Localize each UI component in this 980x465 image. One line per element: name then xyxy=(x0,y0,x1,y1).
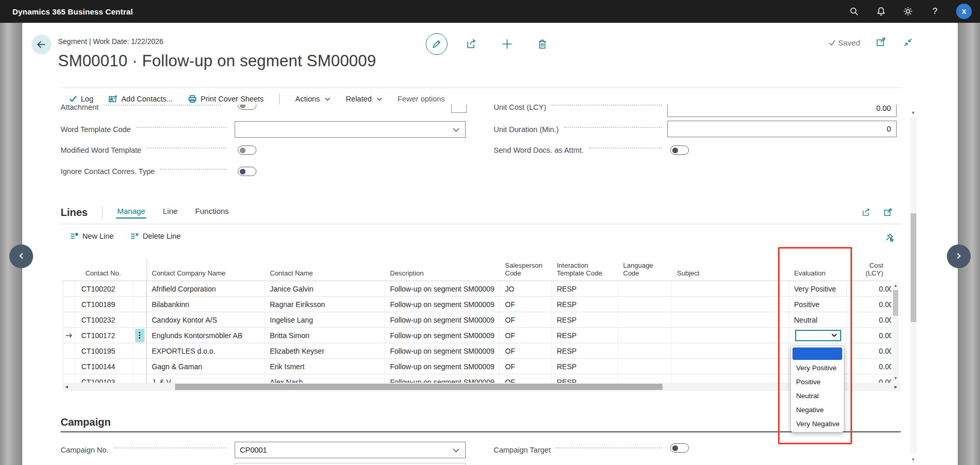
cell-contact_name[interactable]: Elizabeth Keyser xyxy=(265,343,385,359)
add-contacts-button[interactable]: Add Contacts... xyxy=(109,95,172,103)
cell-language[interactable] xyxy=(618,328,672,343)
table-vertical-scrollbar[interactable]: ▲ ▼ xyxy=(892,282,899,382)
dropdown-option[interactable]: Very Negative xyxy=(791,417,844,431)
column-header[interactable]: Contact Company Name xyxy=(147,269,265,281)
cell-subject[interactable] xyxy=(672,328,789,343)
cell-contact_name[interactable]: Ragnar Eiriksson xyxy=(265,297,385,312)
column-header[interactable]: Interaction Template Code xyxy=(552,261,618,281)
cell-contact_no[interactable]: CT100195 xyxy=(75,343,133,359)
cell-description[interactable]: Follow-up on segment SM00009 xyxy=(385,312,500,328)
edit-button[interactable] xyxy=(426,33,448,55)
column-header[interactable]: Language Code xyxy=(618,261,672,281)
cell-subject[interactable] xyxy=(672,297,789,312)
cell-salesperson[interactable]: JO xyxy=(500,281,552,297)
scroll-up-arrow[interactable]: ▲ xyxy=(893,283,898,288)
campaign-target-toggle[interactable] xyxy=(670,443,689,453)
log-button[interactable]: Log xyxy=(69,95,93,103)
search-icon[interactable] xyxy=(848,6,860,17)
scroll-left-arrow[interactable]: ◄ xyxy=(64,384,69,389)
cell-evaluation[interactable]: Very Positive xyxy=(789,281,847,297)
cell-contact_name[interactable]: Erik Ismert xyxy=(265,359,385,374)
cell-language[interactable] xyxy=(618,359,672,374)
dropdown-option[interactable] xyxy=(792,347,842,360)
share-button[interactable] xyxy=(461,33,483,55)
open-in-new-window-button[interactable] xyxy=(875,36,887,49)
table-row[interactable]: CT100144Gagn & GamanErik IsmertFollow-up… xyxy=(63,359,891,374)
cell-company[interactable]: Gagn & Gaman xyxy=(147,359,265,374)
cell-language[interactable] xyxy=(618,343,672,359)
column-header[interactable]: Contact No. xyxy=(75,269,133,281)
cell-language[interactable] xyxy=(618,312,672,328)
delete-button[interactable] xyxy=(531,33,553,55)
new-button[interactable] xyxy=(496,33,518,55)
ignore-contact-corres-type-toggle[interactable] xyxy=(238,167,256,176)
scroll-up-arrow[interactable]: ▲ xyxy=(911,110,915,114)
cell-evaluation[interactable] xyxy=(789,328,847,343)
collapse-button[interactable] xyxy=(902,36,914,49)
scroll-down-arrow[interactable]: ▼ xyxy=(893,376,898,381)
column-header[interactable]: Subject xyxy=(672,269,789,281)
cell-salesperson[interactable]: OF xyxy=(500,343,552,359)
unit-cost-input[interactable]: 0.00 xyxy=(667,105,897,117)
cell-cost[interactable]: 0.00 xyxy=(847,328,891,343)
tab-functions[interactable]: Functions xyxy=(194,207,230,219)
actions-menu[interactable]: Actions xyxy=(295,95,330,103)
dropdown-option[interactable]: Positive xyxy=(791,375,844,389)
cell-description[interactable]: Follow-up on segment SM00009 xyxy=(385,297,500,312)
cell-description[interactable]: Follow-up on segment SM00009 xyxy=(385,328,500,343)
column-header[interactable]: Contact Name xyxy=(265,269,385,281)
cell-language[interactable] xyxy=(618,281,672,297)
cell-template[interactable]: RESP xyxy=(552,297,618,312)
scroll-down-arrow[interactable]: ▼ xyxy=(911,457,915,462)
back-button[interactable] xyxy=(32,35,51,54)
cell-company[interactable]: Englunds Kontorsmöbler AB xyxy=(147,328,265,343)
settings-gear-icon[interactable] xyxy=(902,6,914,17)
cell-contact_name[interactable]: Britta Simon xyxy=(265,328,385,343)
cell-template[interactable]: RESP xyxy=(552,343,618,359)
cell-salesperson[interactable]: OF xyxy=(500,312,552,328)
share-lines-button[interactable] xyxy=(861,207,872,217)
cell-company[interactable]: EXPORTLES d.o.o. xyxy=(147,343,265,359)
cell-cost[interactable]: 0.00 xyxy=(847,312,891,328)
cell-cost[interactable]: 0.00 xyxy=(847,343,891,359)
row-menu-icon[interactable] xyxy=(135,329,145,342)
cell-cost[interactable]: 0.00 xyxy=(847,359,891,374)
cell-language[interactable] xyxy=(618,297,672,312)
cell-salesperson[interactable]: OF xyxy=(500,297,552,312)
cell-cost[interactable]: 0.00 xyxy=(847,297,891,312)
table-row[interactable]: CT100189BilabankinnRagnar EirikssonFollo… xyxy=(63,297,891,312)
cell-description[interactable]: Follow-up on segment SM00009 xyxy=(385,343,500,359)
fewer-options-button[interactable]: Fewer options xyxy=(398,95,445,103)
chevron-down-icon[interactable] xyxy=(453,446,459,454)
campaign-no-combobox[interactable]: CP0001 xyxy=(235,442,466,458)
next-record-button[interactable]: › xyxy=(947,244,971,268)
table-row[interactable]: CT100232Candoxy Kontor A/SIngelise LangF… xyxy=(63,312,891,328)
tab-manage[interactable]: Manage xyxy=(116,207,146,219)
cell-contact_name[interactable]: Ingelise Lang xyxy=(265,312,385,328)
print-cover-sheets-button[interactable]: Print Cover Sheets xyxy=(188,95,264,103)
scrollbar-thumb[interactable] xyxy=(911,213,916,322)
dropdown-option[interactable]: Negative xyxy=(791,403,844,417)
cell-subject[interactable] xyxy=(672,359,789,374)
cell-contact_no[interactable]: CT100202 xyxy=(75,281,133,297)
pin-button[interactable] xyxy=(884,232,895,242)
cell-contact_no[interactable]: CT100172 xyxy=(75,328,133,343)
cell-company[interactable]: Candoxy Kontor A/S xyxy=(147,312,265,328)
evaluation-select[interactable] xyxy=(795,330,841,341)
scroll-right-arrow[interactable]: ► xyxy=(893,384,898,389)
table-horizontal-scrollbar[interactable]: ◄ ► xyxy=(63,383,900,391)
scrollbar-thumb[interactable] xyxy=(175,384,662,390)
previous-record-button[interactable]: ‹ xyxy=(9,244,33,268)
cell-template[interactable]: RESP xyxy=(552,328,618,343)
attachment-toggle[interactable] xyxy=(238,105,256,110)
related-menu[interactable]: Related xyxy=(346,95,382,103)
notifications-icon[interactable] xyxy=(875,6,887,17)
cell-description[interactable]: Follow-up on segment SM00009 xyxy=(385,281,500,297)
unit-duration-input[interactable]: 0 xyxy=(667,121,897,137)
cell-company[interactable]: Afrifield Corporation xyxy=(147,281,265,297)
send-word-docs-toggle[interactable] xyxy=(670,146,689,155)
delete-line-button[interactable]: Delete Line xyxy=(130,232,180,240)
cell-cost[interactable]: 0.00 xyxy=(847,281,891,297)
cell-template[interactable]: RESP xyxy=(552,359,618,374)
page-vertical-scrollbar[interactable]: ▲ ▼ xyxy=(910,110,917,462)
